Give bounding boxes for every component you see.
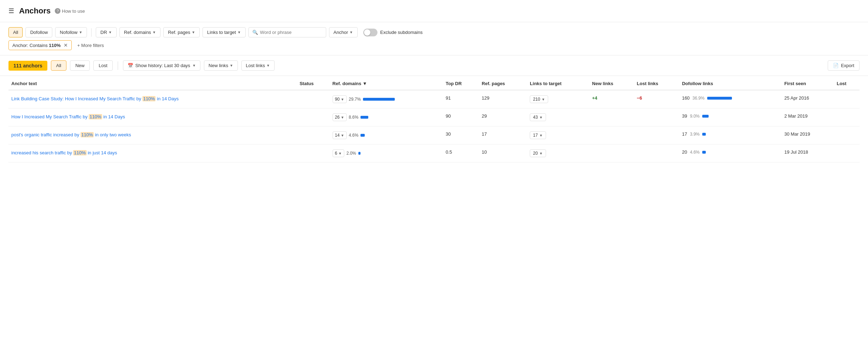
ref-domains-bar: [358, 152, 360, 155]
new-links-dropdown-button[interactable]: New links ▼: [204, 60, 238, 71]
new-links-cell: [589, 108, 634, 126]
top-dr-cell: 91: [443, 90, 479, 108]
dofollow-count: 17: [682, 131, 687, 137]
ref-domains-dropdown[interactable]: 26 ▼: [333, 113, 347, 121]
divider: [91, 28, 92, 37]
links-target-chevron-icon: ▼: [539, 115, 543, 119]
tab-new[interactable]: New: [70, 60, 90, 71]
ref-domains-dropdown[interactable]: 6 ▼: [333, 149, 345, 157]
exclude-subdomains-label: Exclude subdomains: [380, 30, 423, 35]
ref-domains-dropdown[interactable]: 14 ▼: [333, 131, 347, 139]
anchor-dropdown[interactable]: Anchor ▼: [329, 27, 358, 37]
nofollow-chevron-icon: ▼: [79, 30, 82, 34]
ref-domains-bar: [360, 116, 368, 119]
links-to-target-filter-button[interactable]: Links to target ▼: [203, 27, 246, 37]
col-ref-domains[interactable]: Ref. domains ▼: [330, 76, 443, 90]
dofollow-bar-cell: [772, 126, 782, 144]
anchor-chevron-icon: ▼: [350, 30, 353, 34]
lost-links-cell: −6: [634, 90, 679, 108]
col-ref-pages: Ref. pages: [479, 76, 527, 90]
history-dropdown-button[interactable]: 📅 Show history: Last 30 days ▼: [123, 60, 200, 71]
col-lost: Lost: [834, 76, 860, 90]
ref-domains-pct: 8.6%: [349, 115, 358, 120]
first-seen-cell: 19 Jul 2018: [781, 144, 834, 162]
more-filters-button[interactable]: + More filters: [75, 41, 107, 50]
links-to-target-dropdown[interactable]: 43 ▼: [530, 113, 546, 121]
col-new-links: New links: [589, 76, 634, 90]
links-target-chevron-icon: ▼: [541, 97, 545, 101]
top-dr-cell: 90: [443, 108, 479, 126]
how-to-use-link[interactable]: ? How to use: [55, 8, 85, 14]
nofollow-filter-button[interactable]: Nofollow ▼: [55, 27, 87, 37]
new-links-cell: [589, 126, 634, 144]
dofollow-pct: 4.6%: [690, 150, 699, 155]
table-row: post's organic traffic increased by 110%…: [8, 126, 860, 144]
calendar-icon: 📅: [128, 63, 133, 68]
remove-filter-button[interactable]: ✕: [64, 42, 68, 48]
dofollow-num-cell: 39 9.0%: [679, 108, 772, 126]
new-links-chevron-icon: ▼: [230, 64, 233, 67]
anchor-link[interactable]: Link Building Case Study: How I Increase…: [11, 96, 178, 101]
anchor-text-cell: post's organic traffic increased by 110%…: [8, 126, 297, 144]
how-to-use-label: How to use: [62, 8, 85, 14]
dofollow-bar-cell: [772, 90, 782, 108]
links-to-target-cell: 43 ▼: [527, 108, 589, 126]
dr-chevron-icon: ▼: [108, 30, 112, 34]
ref-pages-chevron-icon: ▼: [192, 30, 195, 34]
search-input[interactable]: [260, 30, 322, 35]
anchors-table: Anchor text Status Ref. domains ▼ Top DR…: [8, 76, 860, 162]
first-seen-cell: 30 Mar 2019: [781, 126, 834, 144]
new-links-cell: +4: [589, 90, 634, 108]
lost-links-cell: [634, 108, 679, 126]
links-to-target-dropdown[interactable]: 17 ▼: [530, 131, 546, 139]
active-filter-text: Anchor: Contains 110%: [12, 43, 61, 48]
anchor-link[interactable]: post's organic traffic increased by 110%…: [11, 132, 131, 137]
links-target-chevron-icon: ▼: [539, 152, 543, 155]
links-to-target-cell: 210 ▼: [527, 90, 589, 108]
lost-date-cell: [834, 108, 860, 126]
page-title: Anchors: [19, 6, 51, 16]
col-status: Status: [297, 76, 330, 90]
links-to-target-cell: 17 ▼: [527, 126, 589, 144]
anchor-text-cell: increased his search traffic by 110% in …: [8, 144, 297, 162]
results-divider: [118, 61, 118, 70]
dofollow-pct: 3.9%: [690, 132, 699, 137]
first-seen-cell: 25 Apr 2016: [781, 90, 834, 108]
links-to-target-cell: 20 ▼: [527, 144, 589, 162]
export-icon: 📄: [833, 63, 839, 68]
col-dofollow-links: Dofollow links: [679, 76, 782, 90]
header: ☰ Anchors ? How to use: [0, 0, 868, 22]
dr-filter-button[interactable]: DR ▼: [96, 27, 117, 37]
anchor-link[interactable]: increased his search traffic by 110% in …: [11, 150, 117, 155]
dofollow-bar-cell: [772, 108, 782, 126]
filter-bar: All Dofollow Nofollow ▼ DR ▼ Ref. domain…: [0, 22, 868, 55]
dofollow-pct: 9.0%: [690, 114, 699, 119]
ref-pages-filter-button[interactable]: Ref. pages ▼: [163, 27, 200, 37]
dofollow-filter-button[interactable]: Dofollow: [25, 27, 52, 37]
dofollow-bar: [702, 151, 706, 154]
table-wrapper: Anchor text Status Ref. domains ▼ Top DR…: [0, 76, 868, 162]
app-container: ☰ Anchors ? How to use All Dofollow Nofo…: [0, 0, 868, 344]
export-button[interactable]: 📄 Export: [828, 60, 860, 71]
lost-links-dropdown-button[interactable]: Lost links ▼: [241, 60, 275, 71]
lost-links-value: −6: [637, 95, 642, 101]
dofollow-count: 39: [682, 113, 687, 119]
links-to-target-dropdown[interactable]: 20 ▼: [530, 149, 546, 157]
all-filter-button[interactable]: All: [8, 27, 23, 37]
anchor-link[interactable]: How I Increased My Search Traffic by 110…: [11, 114, 125, 119]
ref-domains-dropdown[interactable]: 90 ▼: [333, 95, 347, 103]
exclude-subdomains-toggle[interactable]: [363, 29, 377, 36]
tab-all[interactable]: All: [51, 60, 66, 71]
new-links-cell: [589, 144, 634, 162]
ref-pages-cell: 129: [479, 90, 527, 108]
lost-date-cell: [834, 144, 860, 162]
links-to-target-dropdown[interactable]: 210 ▼: [530, 95, 548, 103]
table-body: Link Building Case Study: How I Increase…: [8, 90, 860, 162]
tab-lost[interactable]: Lost: [93, 60, 113, 71]
menu-icon[interactable]: ☰: [8, 7, 14, 15]
status-cell: [297, 108, 330, 126]
new-links-value: +4: [592, 95, 597, 101]
dofollow-count: 20: [682, 149, 687, 155]
ref-domains-filter-button[interactable]: Ref. domains ▼: [119, 27, 161, 37]
search-box: 🔍: [248, 27, 326, 37]
